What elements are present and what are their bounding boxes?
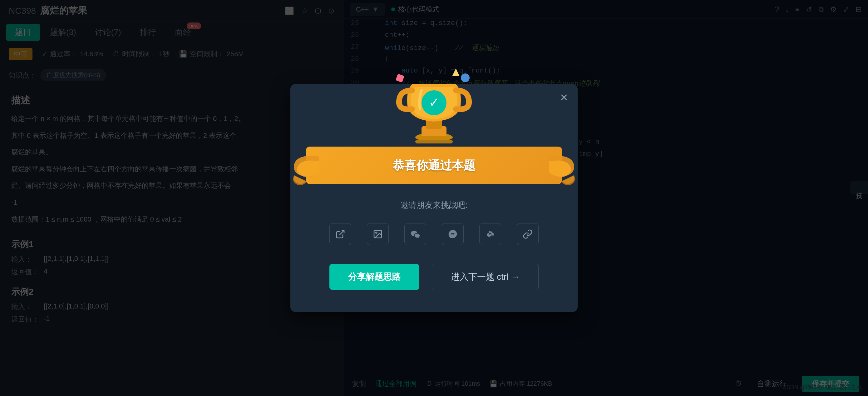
- svg-rect-0: [396, 74, 404, 83]
- success-banner-text: 恭喜你通过本题: [393, 158, 475, 173]
- share-export-icon[interactable]: [330, 223, 351, 245]
- share-qq-icon[interactable]: [442, 223, 464, 245]
- share-wechat-icon[interactable]: [404, 223, 426, 245]
- left-wing: [291, 144, 322, 185]
- trophy-svg: ✓: [381, 65, 487, 153]
- modal-overlay: ✕: [0, 0, 868, 396]
- modal-close-button[interactable]: ✕: [560, 91, 568, 104]
- svg-rect-9: [415, 140, 453, 143]
- svg-marker-2: [452, 68, 460, 76]
- svg-point-12: [376, 232, 377, 233]
- svg-text:✓: ✓: [429, 95, 440, 110]
- share-image-icon[interactable]: [367, 223, 389, 245]
- invite-text: 邀请朋友来挑战吧:: [400, 200, 467, 211]
- share-icons-row: [330, 223, 538, 245]
- action-buttons: 分享解题思路 进入下一题 ctrl →: [330, 264, 539, 290]
- share-solution-button[interactable]: 分享解题思路: [330, 264, 419, 290]
- next-problem-button[interactable]: 进入下一题 ctrl →: [432, 264, 539, 290]
- success-banner: 恭喜你通过本题: [306, 147, 562, 184]
- svg-point-1: [461, 74, 470, 82]
- right-wing: [546, 144, 577, 185]
- share-link-icon[interactable]: [517, 223, 538, 245]
- trophy-container: ✓: [381, 65, 487, 153]
- svg-line-10: [339, 230, 344, 235]
- success-modal: ✕: [290, 84, 578, 312]
- share-weibo-icon[interactable]: [479, 223, 501, 245]
